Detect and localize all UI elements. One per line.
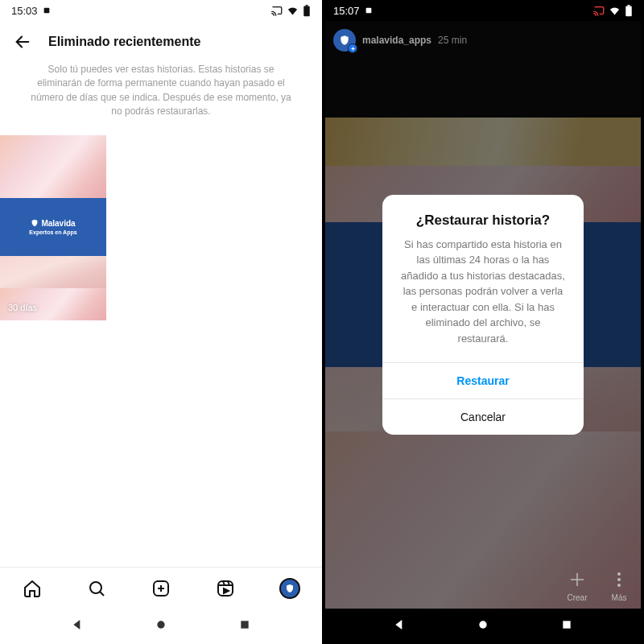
dialog-title: ¿Restaurar historia? [382,195,584,237]
dialog-body: Si has compartido esta historia en las ú… [382,237,584,363]
wifi-icon [609,5,621,17]
svg-rect-15 [241,621,248,628]
tab-home[interactable] [21,577,43,600]
header: Eliminado recientemente [0,21,322,60]
status-time: 15:03 [11,5,38,17]
svg-rect-16 [365,8,371,14]
shield-icon [31,219,39,227]
svg-rect-18 [628,5,630,6]
svg-rect-17 [625,6,632,16]
svg-point-14 [157,621,164,628]
svg-rect-1 [303,6,310,16]
tab-search[interactable] [85,577,108,600]
system-nav-bar [0,609,322,644]
svg-line-5 [100,592,104,596]
nav-home[interactable] [155,618,167,634]
dialog-scrim[interactable]: ¿Restaurar historia? Si has compartido e… [325,21,641,609]
system-nav-bar [322,609,644,644]
nav-home[interactable] [477,618,489,634]
nav-recents[interactable] [560,618,573,634]
brand-tagline: Expertos en Apps [29,229,76,235]
tab-create[interactable] [150,577,172,600]
nav-recents[interactable] [238,618,251,634]
profile-avatar-icon [279,578,300,599]
status-bar: 15:07 [322,0,644,21]
nav-back[interactable] [393,618,406,634]
tab-profile[interactable] [279,577,301,600]
svg-point-26 [479,621,486,628]
bottom-tab-bar [0,567,322,609]
deleted-story-thumbnail[interactable]: Malavida Expertos en Apps 30 días [0,135,106,320]
nav-back[interactable] [71,618,84,634]
cancel-button[interactable]: Cancelar [382,398,584,435]
cast-icon [592,5,605,17]
status-bar: 15:03 [0,0,322,21]
battery-icon [303,5,311,17]
svg-marker-13 [224,588,229,593]
screenshot-recently-deleted: 15:03 Eliminado recientemente Solo tú pu… [0,0,322,644]
restore-button[interactable]: Restaurar [382,362,584,398]
page-subtitle: Solo tú puedes ver estas historias. Esta… [0,60,322,135]
back-button[interactable] [13,32,32,52]
restore-dialog: ¿Restaurar historia? Si has compartido e… [382,195,584,436]
wifi-icon [287,5,299,17]
story-grid: Malavida Expertos en Apps 30 días [0,135,322,320]
story-viewer[interactable]: malavida_apps 25 min Crear Más ¿Restaura… [325,21,641,609]
page-title: Eliminado recientemente [48,35,200,49]
svg-point-4 [90,582,101,593]
battery-icon [625,5,633,17]
svg-rect-2 [306,5,308,6]
tab-reels[interactable] [214,577,237,600]
svg-rect-27 [563,621,570,628]
notification-icon [43,6,51,14]
cast-icon [270,5,283,17]
brand-name: Malavida [41,219,75,228]
days-remaining-label: 30 días [8,303,37,312]
screenshot-restore-dialog: 15:07 [322,0,644,644]
status-time: 15:07 [333,5,360,17]
notification-icon [365,6,373,14]
brand-banner: Malavida Expertos en Apps [0,198,106,256]
svg-rect-0 [43,8,49,14]
